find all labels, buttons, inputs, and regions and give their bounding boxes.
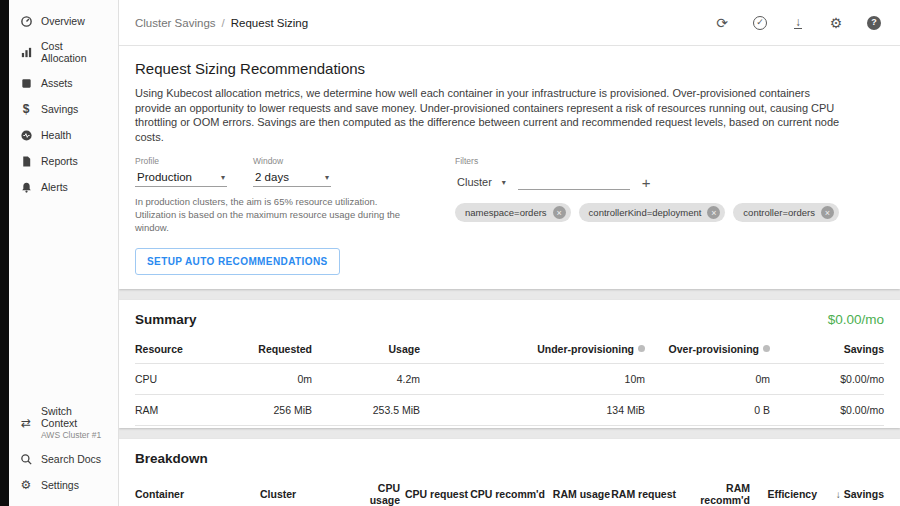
filter-type-value: Cluster	[457, 176, 492, 188]
col-resource: Resource	[135, 335, 225, 364]
breakdown-table: Container Cluster CPU usage CPU request …	[135, 474, 884, 506]
summary-title: Summary	[135, 312, 197, 327]
savings-icon: $	[19, 102, 33, 116]
close-icon[interactable]: ×	[707, 206, 720, 219]
breakdown-header-row: Container Cluster CPU usage CPU request …	[135, 474, 884, 506]
sidebar-item-alerts[interactable]: Alerts	[9, 174, 118, 200]
app-window: Overview Cost Allocation Assets $ Saving…	[0, 0, 900, 506]
summary-table: Resource Requested Usage Under-provision…	[135, 335, 884, 426]
chevron-down-icon: ▾	[221, 173, 225, 182]
sidebar-item-settings[interactable]: ⚙ Settings	[9, 472, 118, 498]
col-under-provisioning: Under-provisioning	[420, 335, 645, 364]
gear-icon[interactable]: ⚙	[828, 15, 844, 31]
cell-savings: $0.00/mo	[770, 364, 884, 395]
sidebar-item-assets[interactable]: Assets	[9, 70, 118, 96]
topbar-icons: ⟳ ✓ ↓ ⚙ ?	[714, 15, 882, 31]
alerts-icon	[19, 180, 33, 194]
sidebar-item-search-docs[interactable]: Search Docs	[9, 446, 118, 472]
sort-desc-icon: ↓	[836, 489, 841, 500]
col-requested: Requested	[225, 335, 312, 364]
window-select[interactable]: 2 days ▾	[253, 169, 331, 187]
col-savings-sort[interactable]: ↓Savings	[817, 474, 884, 506]
profile-value: Production	[137, 171, 192, 183]
health-icon	[19, 128, 33, 142]
profile-label: Profile	[135, 156, 227, 166]
refresh-icon[interactable]: ⟳	[714, 15, 730, 31]
col-cpu-usage: CPU usage	[355, 474, 400, 506]
filter-type-select[interactable]: Cluster ▾	[455, 174, 508, 190]
col-ram-usage: RAM usage	[545, 474, 610, 506]
col-cpu-request: CPU request	[400, 474, 468, 506]
cell-over: 0m	[645, 364, 770, 395]
close-icon[interactable]: ×	[821, 206, 834, 219]
cell-resource: CPU	[135, 364, 225, 395]
sidebar-item-label: Savings	[41, 103, 78, 115]
window-field: Window 2 days ▾	[253, 156, 331, 187]
sidebar-bottom: ⇄ Switch Context AWS Cluster #1 Search D…	[9, 399, 118, 506]
switch-context-icon: ⇄	[19, 416, 33, 430]
sidebar-item-reports[interactable]: Reports	[9, 148, 118, 174]
table-row: RAM 256 MiB 253.5 MiB 134 MiB 0 B $0.00/…	[135, 395, 884, 426]
col-savings: Savings	[770, 335, 884, 364]
info-icon[interactable]	[638, 345, 645, 352]
cell-under: 134 MiB	[420, 395, 645, 426]
filter-chips: namespace=orders × controllerKind=deploy…	[455, 203, 839, 222]
breadcrumb-parent-link[interactable]: Cluster Savings	[135, 17, 216, 29]
breakdown-title: Breakdown	[135, 451, 208, 466]
sidebar-item-label: Cost Allocation	[41, 40, 108, 64]
reports-icon	[19, 154, 33, 168]
cell-requested: 256 MiB	[225, 395, 312, 426]
profile-select[interactable]: Production ▾	[135, 169, 227, 187]
table-row: CPU 0m 4.2m 10m 0m $0.00/mo	[135, 364, 884, 395]
sidebar-item-label: Search Docs	[41, 453, 101, 465]
chevron-down-icon: ▾	[325, 173, 329, 182]
sidebar-item-label: Settings	[41, 479, 79, 491]
chip-label: controllerKind=deployment	[589, 207, 702, 218]
col-usage: Usage	[312, 335, 420, 364]
breakdown-card: Breakdown Container Cluster CPU usage CP…	[119, 439, 900, 506]
filter-row: Cluster ▾ +	[455, 172, 839, 190]
sidebar-item-switch-context[interactable]: ⇄ Switch Context AWS Cluster #1	[9, 399, 118, 446]
sidebar: Overview Cost Allocation Assets $ Saving…	[9, 0, 119, 506]
profile-window-column: Profile Production ▾ Window 2 days	[135, 156, 455, 234]
window-value: 2 days	[255, 171, 289, 183]
cell-usage: 253.5 MiB	[312, 395, 420, 426]
sidebar-item-label: Reports	[41, 155, 78, 167]
filter-chip: controllerKind=deployment ×	[579, 203, 726, 222]
chip-label: namespace=orders	[465, 207, 547, 218]
cell-usage: 4.2m	[312, 364, 420, 395]
check-circle-icon[interactable]: ✓	[752, 15, 768, 31]
overview-icon	[19, 14, 33, 28]
cell-requested: 0m	[225, 364, 312, 395]
download-icon[interactable]: ↓	[790, 15, 806, 31]
cost-allocation-icon	[19, 45, 33, 59]
sidebar-item-label: Overview	[41, 15, 85, 27]
add-filter-icon[interactable]: +	[640, 175, 653, 190]
col-over-provisioning: Over-provisioning	[645, 335, 770, 364]
setup-auto-recommendations-button[interactable]: SETUP AUTO RECOMMENDATIONS	[135, 248, 340, 275]
info-icon[interactable]	[763, 345, 770, 352]
window-label: Window	[253, 156, 331, 166]
filter-value-input[interactable]	[518, 172, 630, 190]
summary-total-savings: $0.00/mo	[828, 312, 884, 327]
close-icon[interactable]: ×	[553, 206, 566, 219]
col-efficiency: Efficiency	[750, 474, 817, 506]
filters-label: Filters	[455, 156, 839, 166]
chip-label: controller=orders	[743, 207, 815, 218]
sidebar-item-overview[interactable]: Overview	[9, 8, 118, 34]
help-icon[interactable]: ?	[866, 15, 882, 31]
breadcrumb-separator: /	[222, 17, 225, 29]
col-cluster: Cluster	[260, 474, 355, 506]
filter-chip: namespace=orders ×	[455, 203, 571, 222]
col-ram-recommd: RAM recomm'd	[676, 474, 750, 506]
page-title: Request Sizing Recommendations	[135, 60, 884, 77]
sidebar-item-savings[interactable]: $ Savings	[9, 96, 118, 122]
sidebar-item-health[interactable]: Health	[9, 122, 118, 148]
col-cpu-recommd: CPU recomm'd	[468, 474, 545, 506]
controls-row: Profile Production ▾ Window 2 days	[135, 156, 884, 234]
sidebar-item-cost-allocation[interactable]: Cost Allocation	[9, 34, 118, 70]
search-icon	[19, 452, 33, 466]
cell-over: 0 B	[645, 395, 770, 426]
col-container: Container	[135, 474, 260, 506]
breadcrumb: Cluster Savings / Request Sizing	[135, 17, 308, 29]
